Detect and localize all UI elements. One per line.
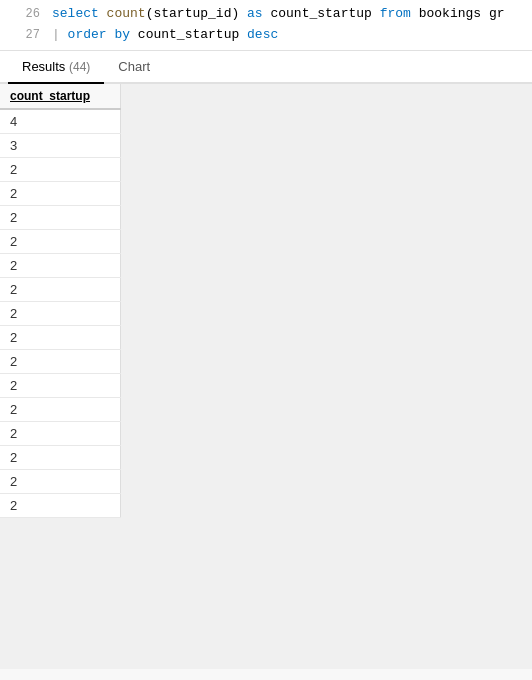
results-table-wrapper: count_startup 43222222222222222 <box>0 84 121 518</box>
table-row: 2 <box>0 229 120 253</box>
cell-count-startup: 2 <box>0 493 120 517</box>
tab-results[interactable]: Results (44) <box>8 51 104 84</box>
tab-chart[interactable]: Chart <box>104 51 164 84</box>
cell-count-startup: 2 <box>0 181 120 205</box>
table-row: 2 <box>0 421 120 445</box>
cell-count-startup: 2 <box>0 157 120 181</box>
cell-count-startup: 2 <box>0 421 120 445</box>
results-table: count_startup 43222222222222222 <box>0 84 121 518</box>
cell-count-startup: 2 <box>0 445 120 469</box>
cell-count-startup: 2 <box>0 469 120 493</box>
table-container: count_startup 43222222222222222 <box>0 84 532 669</box>
cell-count-startup: 2 <box>0 397 120 421</box>
code-area: 26 select count(startup_id) as count_sta… <box>0 0 532 51</box>
cell-count-startup: 2 <box>0 229 120 253</box>
column-header-count-startup: count_startup <box>0 84 120 109</box>
table-row: 2 <box>0 349 120 373</box>
table-row: 2 <box>0 277 120 301</box>
table-row: 2 <box>0 469 120 493</box>
code-text-27: | order by count_startup desc <box>52 25 278 46</box>
cell-count-startup: 2 <box>0 325 120 349</box>
tabs-bar: Results (44) Chart <box>0 51 532 84</box>
table-row: 2 <box>0 493 120 517</box>
code-line-26: 26 select count(startup_id) as count_sta… <box>0 4 532 25</box>
cell-count-startup: 2 <box>0 349 120 373</box>
table-row: 2 <box>0 301 120 325</box>
table-row: 2 <box>0 373 120 397</box>
table-row: 2 <box>0 445 120 469</box>
tab-results-count: (44) <box>69 60 90 74</box>
cell-count-startup: 2 <box>0 373 120 397</box>
table-row: 2 <box>0 253 120 277</box>
cell-count-startup: 3 <box>0 133 120 157</box>
table-row: 3 <box>0 133 120 157</box>
table-body: 43222222222222222 <box>0 109 120 518</box>
table-row: 2 <box>0 157 120 181</box>
code-text-26: select count(startup_id) as count_startu… <box>52 4 505 25</box>
cell-count-startup: 4 <box>0 109 120 134</box>
cell-count-startup: 2 <box>0 205 120 229</box>
cell-count-startup: 2 <box>0 301 120 325</box>
table-row: 2 <box>0 181 120 205</box>
table-row: 2 <box>0 205 120 229</box>
line-number-27: 27 <box>8 26 40 45</box>
tab-results-label: Results <box>22 59 65 74</box>
table-row: 2 <box>0 325 120 349</box>
table-row: 4 <box>0 109 120 134</box>
cell-count-startup: 2 <box>0 277 120 301</box>
table-header-row: count_startup <box>0 84 120 109</box>
table-row: 2 <box>0 397 120 421</box>
line-number-26: 26 <box>8 5 40 24</box>
cell-count-startup: 2 <box>0 253 120 277</box>
code-line-27: 27 | order by count_startup desc <box>0 25 532 46</box>
tab-chart-label: Chart <box>118 59 150 74</box>
